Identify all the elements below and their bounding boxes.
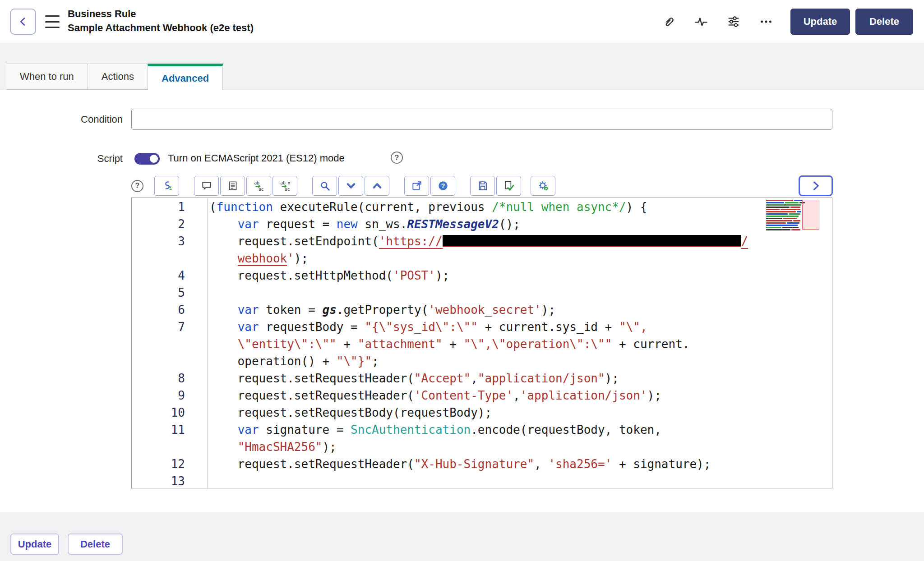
- update-button-footer[interactable]: Update: [10, 533, 59, 555]
- format-document-icon[interactable]: [220, 176, 245, 196]
- line-number: 9: [132, 387, 208, 404]
- activity-stream-icon[interactable]: [690, 10, 712, 33]
- find-previous-icon[interactable]: [365, 176, 389, 196]
- code-line[interactable]: 2 var request = new sn_ws.RESTMessageV2(…: [132, 216, 832, 233]
- line-number: 3: [132, 233, 208, 267]
- ecmascript-mode-toggle[interactable]: [134, 153, 160, 165]
- update-button-header[interactable]: Update: [790, 9, 850, 35]
- code-line[interactable]: 1(function executeRule(current, previous…: [132, 198, 832, 216]
- code-line[interactable]: 13: [132, 473, 832, 488]
- svg-text:?: ?: [441, 182, 445, 189]
- format-code-icon[interactable]: [154, 176, 179, 196]
- syntax-check-icon[interactable]: [496, 176, 521, 196]
- search-icon[interactable]: [312, 176, 337, 196]
- svg-text:ac: ac: [258, 187, 263, 192]
- code-line[interactable]: 10 request.setRequestBody(requestBody);: [132, 404, 832, 421]
- script-editor[interactable]: 1(function executeRule(current, previous…: [131, 198, 832, 488]
- code-line[interactable]: 9 request.setRequestHeader('Content-Type…: [132, 387, 832, 404]
- business-rule-form-page: Business Rule Sample Attachment Webhook …: [0, 0, 924, 561]
- redaction-box: [443, 235, 741, 247]
- code-line[interactable]: 5: [132, 284, 832, 301]
- code-line[interactable]: 12 request.setRequestHeader("X-Hub-Signa…: [132, 455, 832, 473]
- attachment-icon[interactable]: [658, 10, 679, 33]
- open-in-new-window-icon[interactable]: [404, 176, 429, 196]
- back-button[interactable]: [10, 9, 36, 35]
- save-icon[interactable]: [470, 176, 495, 196]
- minimap-viewport: [802, 200, 819, 230]
- ecmascript-help-icon[interactable]: ?: [391, 152, 403, 164]
- line-number: 8: [132, 370, 208, 387]
- delete-button-header[interactable]: Delete: [855, 9, 913, 35]
- delete-button-footer[interactable]: Delete: [68, 533, 123, 555]
- replace-icon[interactable]: abac: [246, 176, 271, 196]
- record-type-label: Business Rule: [68, 7, 254, 21]
- line-number: 1: [132, 198, 208, 216]
- line-number: 10: [132, 404, 208, 421]
- code-line[interactable]: 4 request.setHttpMethod('POST');: [132, 267, 832, 284]
- line-number: 6: [132, 301, 208, 318]
- line-number: 5: [132, 284, 208, 301]
- header-icon-bar: [658, 9, 777, 34]
- ecmascript-mode-label: Turn on ECMAScript 2021 (ES12) mode: [168, 152, 345, 164]
- syntax-help-icon[interactable]: ?: [131, 180, 143, 192]
- advanced-tab-panel: Condition Script Turn on ECMAScript 2021…: [0, 90, 924, 512]
- svg-text:ab: ab: [280, 180, 286, 185]
- code-lines: 1(function executeRule(current, previous…: [132, 198, 832, 488]
- preferences-sliders-icon[interactable]: [723, 10, 744, 33]
- svg-text:ac: ac: [284, 187, 290, 192]
- tab-actions[interactable]: Actions: [88, 64, 148, 90]
- more-options-icon[interactable]: [755, 10, 777, 33]
- chevron-left-icon: [17, 15, 29, 28]
- chevron-right-icon: [809, 179, 822, 192]
- condition-input[interactable]: [131, 109, 832, 130]
- line-number: 12: [132, 455, 208, 473]
- line-number: 11: [132, 421, 208, 455]
- script-label: Script: [0, 153, 123, 165]
- svg-text:ab: ab: [254, 180, 259, 185]
- code-line[interactable]: 8 request.setRequestHeader("Accept","app…: [132, 370, 832, 387]
- find-next-icon[interactable]: [338, 176, 363, 196]
- toggle-comment-icon[interactable]: [194, 176, 219, 196]
- help-icon[interactable]: ?: [430, 176, 455, 196]
- record-header: Business Rule Sample Attachment Webhook …: [0, 0, 924, 43]
- expand-editor-button[interactable]: [799, 175, 833, 196]
- code-line[interactable]: 7 var requestBody = "{\"sys_id\":\"" + c…: [132, 318, 832, 370]
- code-line[interactable]: 6 var token = gs.getProperty('webhook_se…: [132, 301, 832, 318]
- code-line[interactable]: 11 var signature = SncAuthentication.enc…: [132, 421, 832, 455]
- debug-icon[interactable]: [531, 176, 555, 196]
- code-minimap[interactable]: [766, 200, 819, 230]
- record-title: Sample Attachment Webhook (e2e test): [68, 21, 254, 35]
- record-title-block: Business Rule Sample Attachment Webhook …: [68, 7, 254, 35]
- form-tabs: When to run Actions Advanced: [6, 64, 223, 90]
- line-number: 7: [132, 318, 208, 370]
- line-number: 4: [132, 267, 208, 284]
- script-editor-toolbar: ? abac abac: [131, 175, 557, 196]
- replace-all-icon[interactable]: abac: [273, 176, 297, 196]
- context-menu-icon[interactable]: [45, 15, 60, 28]
- toggle-knob: [150, 155, 158, 163]
- condition-label: Condition: [0, 114, 123, 125]
- code-line[interactable]: 3 request.setEndpoint('https:/// webhook…: [132, 233, 832, 267]
- tab-when-to-run[interactable]: When to run: [6, 64, 88, 90]
- tab-advanced[interactable]: Advanced: [148, 64, 223, 90]
- line-number: 2: [132, 216, 208, 233]
- line-number: 13: [132, 473, 208, 488]
